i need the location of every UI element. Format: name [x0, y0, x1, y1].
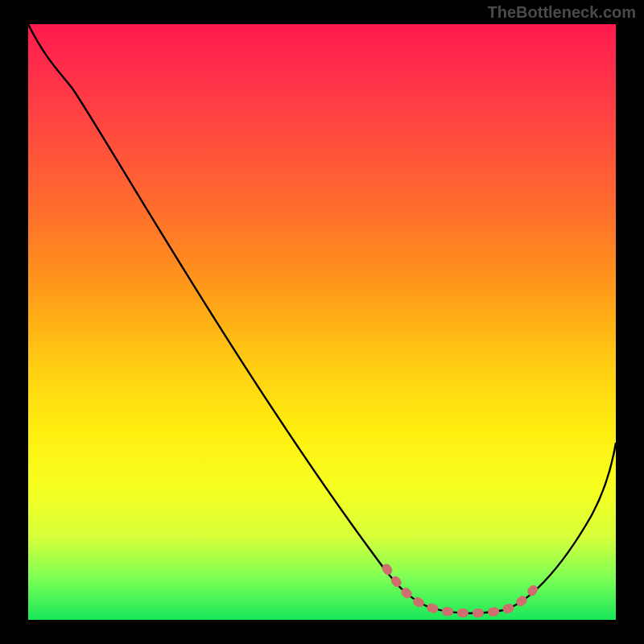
watermark-text: TheBottleneck.com [488, 3, 636, 22]
highlight-band [386, 568, 534, 613]
chart-container: TheBottleneck.com [0, 0, 644, 644]
plot-area [28, 24, 616, 620]
curve-svg [28, 24, 616, 620]
main-curve [28, 24, 616, 613]
